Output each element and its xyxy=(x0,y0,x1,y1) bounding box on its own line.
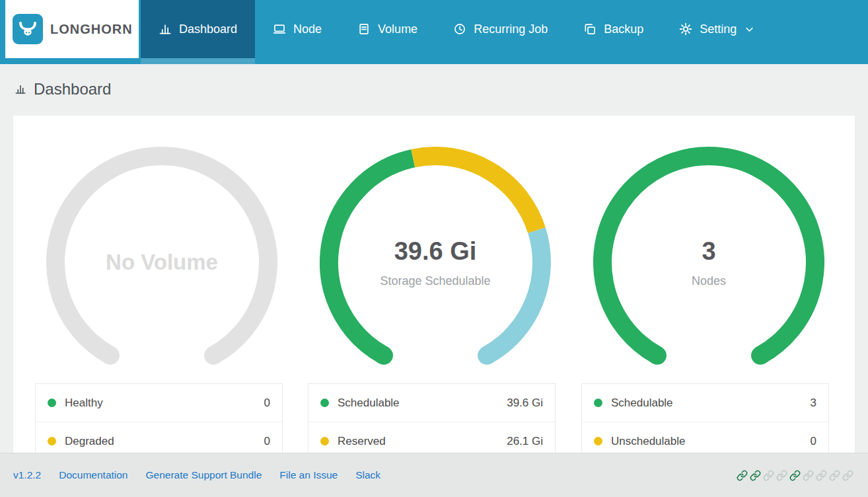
legend-value: 39.6 Gi xyxy=(507,397,543,410)
legend-value: 26.1 Gi xyxy=(507,435,543,448)
nodes-gauge: 3 Nodes xyxy=(593,147,824,378)
gauge-center-label: Nodes xyxy=(692,274,726,288)
longhorn-logo[interactable]: LONGHORN xyxy=(5,0,139,58)
legend-value: 0 xyxy=(264,435,270,448)
link-icon[interactable] xyxy=(737,470,748,481)
gauge-center-value: 39.6 Gi xyxy=(394,237,477,266)
legend-label: Unschedulable xyxy=(611,435,685,448)
nav-label: Volume xyxy=(378,22,417,36)
version-link[interactable]: v1.2.2 xyxy=(13,469,41,481)
footer-link-slack[interactable]: Slack xyxy=(355,469,380,481)
legend-row-healthy[interactable]: Healthy 0 xyxy=(36,384,282,422)
longhorn-bull-icon xyxy=(13,14,43,44)
legend-value: 0 xyxy=(264,397,270,410)
legend-dot xyxy=(48,437,56,445)
dashboard-title-icon xyxy=(15,83,26,95)
legend-dot xyxy=(48,399,56,407)
backup-icon xyxy=(583,22,597,36)
link-icon[interactable] xyxy=(776,470,787,481)
nav-item-backup[interactable]: Backup xyxy=(565,0,661,58)
legend-row-schedulable[interactable]: Schedulable 3 xyxy=(582,384,828,422)
page-title-text: Dashboard xyxy=(34,80,111,98)
gauge-center-label: Storage Schedulable xyxy=(380,274,490,288)
footer-link-icons xyxy=(737,470,855,481)
legend-label: Schedulable xyxy=(611,397,673,410)
nodes-legend: Schedulable 3 Unschedulable 0 xyxy=(581,383,829,461)
legend-label: Reserved xyxy=(338,435,386,448)
top-nav-bar: LONGHORN Dashboard Node Volume xyxy=(0,0,868,64)
page-title: Dashboard xyxy=(15,80,111,98)
footer-link-support-bundle[interactable]: Generate Support Bundle xyxy=(146,469,262,481)
storage-gauge: 39.6 Gi Storage Schedulable xyxy=(320,147,551,378)
legend-dot xyxy=(594,437,602,445)
nav-label: Dashboard xyxy=(179,22,237,36)
legend-dot xyxy=(594,399,602,407)
link-icon[interactable] xyxy=(763,470,774,481)
nav-item-volume[interactable]: Volume xyxy=(340,0,435,58)
volume-legend: Healthy 0 Degraded 0 xyxy=(35,383,283,461)
nav-label: Recurring Job xyxy=(474,22,548,36)
legend-dot xyxy=(320,437,329,445)
dashboard-icon xyxy=(159,22,172,36)
volume-icon xyxy=(357,22,371,36)
main-nav: Dashboard Node Volume Recurring Job xyxy=(141,0,772,64)
node-icon xyxy=(273,22,286,36)
link-icon[interactable] xyxy=(816,470,827,481)
dashboard-card: No Volume 39.6 Gi Storage Schedulable 3 … xyxy=(13,116,855,497)
legend-value: 3 xyxy=(811,397,816,410)
gauge-center-title: No Volume xyxy=(106,250,218,275)
nav-label: Node xyxy=(293,22,322,36)
legend-value: 0 xyxy=(811,435,816,448)
gauge-center-value: 3 xyxy=(702,237,715,266)
nav-label: Backup xyxy=(604,22,643,36)
legend-row-schedulable[interactable]: Schedulable 39.6 Gi xyxy=(308,384,555,422)
brand-text: LONGHORN xyxy=(50,22,133,37)
footer-link-file-issue[interactable]: File an Issue xyxy=(279,469,338,481)
recurring-job-icon xyxy=(453,22,466,36)
footer-link-documentation[interactable]: Documentation xyxy=(59,469,127,481)
legend-dot xyxy=(320,399,329,407)
legend-label: Schedulable xyxy=(338,397,400,410)
link-icon[interactable] xyxy=(842,470,853,481)
chevron-down-icon xyxy=(744,24,754,34)
legend-label: Degraded xyxy=(65,435,114,448)
nav-item-dashboard[interactable]: Dashboard xyxy=(141,0,255,58)
nav-item-setting[interactable]: Setting xyxy=(661,0,772,58)
setting-icon xyxy=(679,22,692,36)
link-icon[interactable] xyxy=(750,470,761,481)
link-icon[interactable] xyxy=(829,470,840,481)
nav-item-node[interactable]: Node xyxy=(255,0,340,58)
nav-label: Setting xyxy=(700,22,737,36)
volume-gauge: No Volume xyxy=(46,147,277,378)
legend-label: Healthy xyxy=(65,397,103,410)
footer-bar: v1.2.2 Documentation Generate Support Bu… xyxy=(0,453,868,497)
nav-item-recurring-job[interactable]: Recurring Job xyxy=(435,0,565,58)
storage-legend: Schedulable 39.6 Gi Reserved 26.1 Gi xyxy=(308,383,556,461)
link-icon[interactable] xyxy=(803,470,814,481)
link-icon[interactable] xyxy=(789,470,801,481)
